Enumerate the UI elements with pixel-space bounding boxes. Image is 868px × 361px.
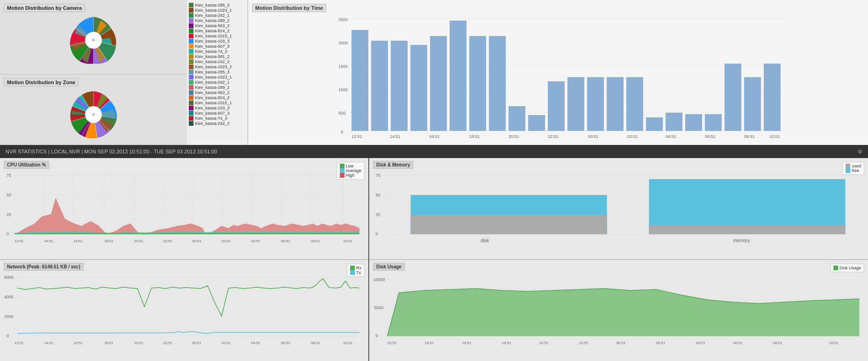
- svg-text:18:51: 18:51: [502, 341, 512, 345]
- legend-item: Kiev_kassa-285_3: [189, 70, 245, 74]
- svg-text:20:51: 20:51: [539, 341, 549, 345]
- svg-text:75: 75: [376, 173, 380, 178]
- svg-rect-36: [371, 41, 388, 131]
- svg-text:25: 25: [7, 212, 11, 217]
- svg-rect-56: [764, 64, 781, 131]
- disk-memory-chart: 75 50 25 0 disk memory: [373, 170, 864, 252]
- svg-text:25: 25: [376, 212, 380, 217]
- svg-text:06:51: 06:51: [281, 239, 291, 243]
- svg-marker-143: [387, 289, 860, 336]
- svg-text:6000: 6000: [4, 275, 14, 280]
- svg-text:14:51: 14:51: [44, 341, 54, 345]
- svg-text:0: 0: [376, 333, 378, 338]
- legend-item: Kiev_kassa-1015_1: [189, 101, 245, 105]
- svg-text:00:51: 00:51: [192, 239, 202, 243]
- network-chart: 6000 4000 2000 0 12:51 14:51 16:51 18:51…: [4, 272, 365, 351]
- svg-text:16:51: 16:51: [73, 239, 83, 243]
- camera-legend: Kiev_kassa-285_3Kiev_kassa-1023_1Kiev_ka…: [189, 3, 245, 126]
- svg-rect-37: [391, 41, 408, 131]
- svg-rect-51: [666, 113, 682, 131]
- svg-rect-132: [411, 215, 607, 234]
- svg-text:04:51: 04:51: [666, 134, 676, 139]
- svg-rect-39: [430, 36, 447, 131]
- svg-text:14:51: 14:51: [425, 341, 435, 345]
- svg-text:02:51: 02:51: [222, 341, 231, 345]
- disk-usage-legend: Disk Usage: [833, 266, 861, 270]
- svg-text:50: 50: [7, 193, 11, 197]
- legend-item: Kiev_kassa-103_3: [189, 106, 245, 110]
- svg-rect-134: [649, 225, 846, 234]
- svg-text:02:51: 02:51: [222, 239, 231, 243]
- svg-text:08:51: 08:51: [744, 134, 755, 139]
- svg-text:00:51: 00:51: [192, 341, 202, 345]
- svg-text:10:51: 10:51: [769, 134, 780, 139]
- svg-text:0: 0: [7, 333, 9, 338]
- svg-text:22:51: 22:51: [163, 239, 173, 243]
- svg-text:14:51: 14:51: [390, 134, 401, 139]
- svg-text:16:51: 16:51: [429, 134, 440, 139]
- svg-text:0: 0: [341, 130, 343, 134]
- svg-text:06:51: 06:51: [705, 134, 716, 139]
- svg-text:00:51: 00:51: [617, 341, 626, 345]
- legend-item: Kiev_kassa-74_3: [189, 49, 245, 54]
- svg-text:12:51: 12:51: [387, 341, 397, 345]
- svg-text:1000: 1000: [338, 87, 348, 92]
- svg-text:20:51: 20:51: [509, 134, 519, 139]
- cpu-chart-title: CPU Utilization %: [4, 161, 49, 169]
- legend-item: Kiev_kassa-824_2: [189, 29, 245, 33]
- legend-item: Kiev_kassa-1023_1: [189, 75, 245, 79]
- svg-text:04:51: 04:51: [251, 341, 261, 345]
- legend-item: Kiev_kassa-581_2: [189, 54, 245, 59]
- legend-item: Kiev_kassa-563_2: [189, 90, 245, 95]
- legend-item: Kiev_kassa-607_3: [189, 111, 245, 116]
- svg-text:22:51: 22:51: [548, 134, 559, 139]
- legend-item: Kiev_kassa-563_2: [189, 23, 245, 28]
- legend-item: Kiev_kassa-607_3: [189, 44, 245, 49]
- svg-text:75: 75: [7, 173, 11, 178]
- legend-item: Kiev_kassa-103_3: [189, 39, 245, 43]
- network-legend-rx: Rx: [350, 266, 361, 270]
- svg-text:2000: 2000: [4, 314, 14, 319]
- legend-item: Kiev_kassa-242_1: [189, 13, 245, 18]
- svg-rect-52: [685, 114, 702, 131]
- svg-rect-43: [509, 106, 525, 131]
- svg-text:08:51: 08:51: [773, 341, 783, 345]
- network-legend-tx: Tx: [350, 270, 361, 275]
- svg-text:22:51: 22:51: [163, 341, 173, 345]
- svg-rect-41: [469, 36, 486, 131]
- svg-text:16:51: 16:51: [73, 341, 83, 345]
- svg-rect-46: [567, 77, 584, 131]
- svg-rect-53: [705, 114, 722, 131]
- svg-text:50: 50: [376, 193, 380, 197]
- svg-text:04:51: 04:51: [251, 239, 261, 243]
- svg-rect-38: [410, 45, 427, 131]
- camera-panel-title: Motion Distribution by Camera: [4, 4, 85, 12]
- disk-memory-legend-free: free: [846, 168, 861, 173]
- legend-item: Kiev_kassa-1015_1: [189, 34, 245, 38]
- svg-text:10000: 10000: [373, 277, 385, 282]
- svg-text:0: 0: [376, 231, 378, 236]
- svg-text:0: 0: [7, 231, 9, 236]
- svg-text:02:51: 02:51: [627, 134, 638, 139]
- svg-rect-40: [450, 21, 466, 131]
- disk-memory-legend-used: used: [846, 164, 861, 168]
- svg-rect-48: [607, 77, 624, 131]
- legend-item: Kiev_kassa-824_2: [189, 95, 245, 100]
- svg-rect-44: [528, 115, 545, 131]
- legend-item: Kiev_kassa-1023_2: [189, 65, 245, 69]
- svg-rect-42: [489, 36, 506, 131]
- svg-rect-50: [646, 117, 663, 131]
- svg-text:06:51: 06:51: [281, 341, 291, 345]
- legend-item: Kiev_kassa-285_3: [189, 3, 245, 7]
- svg-text:5000: 5000: [374, 305, 384, 310]
- time-bar-chart: 2500 2000 1500 1000 500 0: [252, 14, 864, 140]
- svg-text:18:51: 18:51: [104, 341, 114, 345]
- cpu-chart: 75 50 25 0 12:51 14:51 16:51 18:51: [4, 170, 365, 249]
- svg-text:12:51: 12:51: [352, 134, 362, 139]
- svg-text:2000: 2000: [338, 41, 348, 45]
- svg-text:500: 500: [338, 111, 345, 116]
- cpu-legend-low: Low: [340, 164, 361, 168]
- settings-icon[interactable]: ⚙: [858, 149, 862, 155]
- svg-text:2500: 2500: [338, 17, 348, 22]
- legend-item: Kiev_kassa-242_1: [189, 80, 245, 85]
